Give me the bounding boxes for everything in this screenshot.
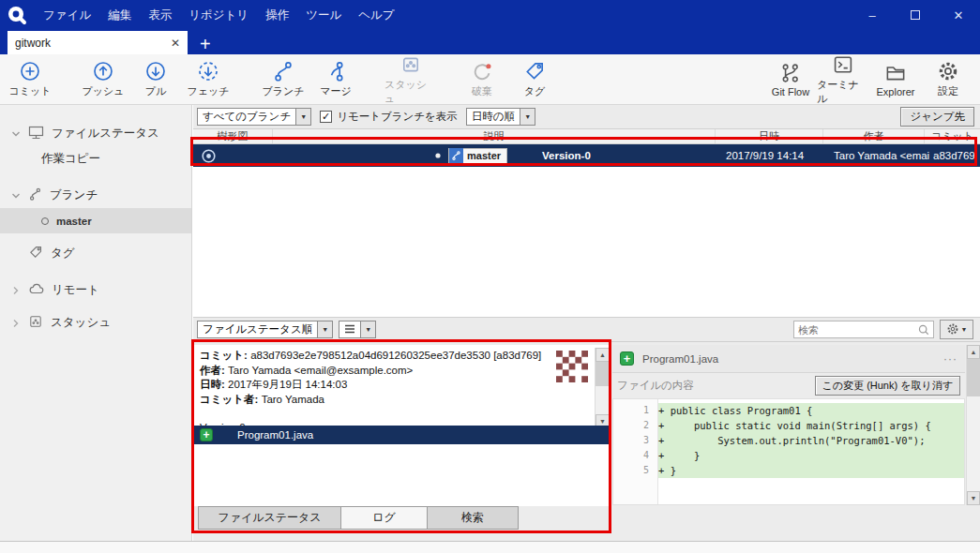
tab-search[interactable]: 検索: [428, 506, 519, 530]
discard-icon: [471, 60, 493, 82]
tag-button[interactable]: タグ: [508, 60, 561, 98]
diff-search-box[interactable]: [793, 321, 934, 338]
diff-added-line: + public static void main(String[] args)…: [658, 418, 964, 433]
push-icon: [92, 60, 114, 82]
column-header-description[interactable]: 説明: [273, 129, 716, 143]
menu-help[interactable]: ヘルプ: [350, 7, 402, 23]
scroll-down-icon[interactable]: ▼: [967, 491, 980, 505]
menu-repository[interactable]: リポジトリ: [180, 7, 257, 23]
commit-row-selected[interactable]: master Version-0 2017/9/19 14:14 Taro Ya…: [193, 144, 980, 167]
commit-author: Taro Yamada <emai: [834, 144, 929, 167]
window-controls: – ✕: [851, 0, 980, 30]
tab-close-icon[interactable]: ✕: [171, 37, 180, 50]
minimize-button[interactable]: –: [851, 0, 894, 30]
sidebar-item-filestatus[interactable]: ファイルステータス: [0, 121, 191, 146]
diff-options-button[interactable]: ▼: [940, 320, 973, 339]
file-sort-select[interactable]: ファイルステータス順 ▼: [197, 321, 333, 338]
close-button[interactable]: ✕: [937, 0, 980, 30]
terminal-button[interactable]: ターミナル: [817, 53, 869, 106]
file-name: Program01.java: [237, 429, 313, 441]
branch-icon: [272, 60, 294, 82]
hunk-label: ファイルの内容: [617, 379, 694, 393]
scroll-up-icon[interactable]: ▲: [967, 345, 980, 359]
commit-sha: a83d769: [933, 144, 975, 167]
list-view-icon: [339, 324, 360, 336]
sidebar: ファイルステータス 作業コピー ブランチ master タグ リモート: [0, 105, 192, 541]
remote-branches-checkbox[interactable]: ✓: [320, 111, 332, 123]
commit-info: コミット: a83d7693e2e798512a04d691260325ee37…: [194, 345, 611, 426]
chevron-right-icon[interactable]: [11, 286, 21, 295]
diff-scrollbar[interactable]: ▲ ▼: [966, 345, 980, 505]
branch-dot-icon: [435, 144, 441, 167]
menu-view[interactable]: 表示: [140, 7, 180, 23]
diff-file-header: + Program01.java ···: [612, 345, 965, 373]
view-options-select[interactable]: ▼: [339, 321, 376, 338]
dropdown-arrow-icon[interactable]: ▼: [317, 321, 332, 337]
menu-edit[interactable]: 編集: [99, 7, 140, 23]
discard-button[interactable]: 破棄: [456, 60, 508, 98]
stash-icon: [400, 53, 422, 76]
file-row-selected[interactable]: + Program01.java: [194, 426, 611, 444]
column-header-graph[interactable]: 樹形図: [193, 129, 273, 143]
sort-order-select[interactable]: 日時の順 ▼: [466, 108, 535, 126]
branch-button[interactable]: ブランチ: [257, 60, 309, 98]
tab-file-status[interactable]: ファイルステータス: [198, 506, 341, 530]
cloud-icon: [28, 282, 44, 298]
dropdown-arrow-icon[interactable]: ▼: [360, 321, 375, 337]
dropdown-arrow-icon[interactable]: ▼: [520, 109, 535, 125]
file-added-icon: +: [620, 351, 634, 366]
tag-icon: [28, 245, 43, 262]
explorer-button[interactable]: Explorer: [869, 62, 922, 97]
scrollbar-thumb[interactable]: [596, 362, 610, 386]
search-input[interactable]: [794, 324, 918, 336]
log-view: すべてのブランチ ▼ ✓ リモートブランチを表示 日時の順 ▼ ジャンプ先 樹形…: [193, 105, 980, 541]
file-added-icon: +: [200, 428, 213, 441]
sidebar-item-master[interactable]: master: [0, 208, 191, 233]
maximize-button[interactable]: [894, 0, 937, 30]
branch-chip-label: master: [467, 150, 501, 161]
sidebar-item-tags[interactable]: タグ: [0, 241, 191, 266]
gitflow-button[interactable]: Git Flow: [764, 62, 817, 97]
column-header-commit[interactable]: コミット: [925, 129, 980, 143]
menu-tools[interactable]: ツール: [297, 7, 350, 23]
stash-button[interactable]: スタッシュ: [384, 53, 437, 106]
line-number-gutter: 1 2 3 4 5: [613, 399, 658, 504]
pull-button[interactable]: プル: [129, 60, 182, 98]
chevron-down-icon[interactable]: [11, 191, 21, 201]
tab-log[interactable]: ログ: [341, 506, 428, 530]
column-header-author[interactable]: 作者: [823, 129, 925, 143]
merge-button[interactable]: マージ: [309, 60, 362, 98]
discard-hunk-button[interactable]: この変更 (Hunk) を取り消す: [815, 376, 960, 396]
more-options-button[interactable]: ···: [943, 352, 957, 366]
new-tab-button[interactable]: +: [200, 34, 211, 54]
log-filter-bar: すべてのブランチ ▼ ✓ リモートブランチを表示 日時の順 ▼ ジャンプ先: [193, 105, 980, 129]
push-button[interactable]: プッシュ: [77, 60, 129, 98]
menu-actions[interactable]: 操作: [257, 7, 297, 23]
fetch-icon: [197, 60, 219, 82]
branch-chip-master: master: [448, 144, 507, 167]
scrollbar-thumb[interactable]: [967, 359, 980, 396]
diff-added-line: + System.out.println("Program01-V0");: [658, 433, 964, 448]
scroll-up-icon[interactable]: ▲: [596, 348, 610, 362]
commit-info-scrollbar[interactable]: ▲ ▼: [595, 348, 610, 428]
sidebar-item-workingcopy[interactable]: 作業コピー: [0, 146, 191, 172]
column-header-date[interactable]: 日時: [716, 129, 823, 143]
commit-info-line: コミット者: Taro Yamada: [200, 393, 605, 408]
sidebar-item-stash[interactable]: スタッシュ: [0, 310, 191, 336]
sidebar-item-branches[interactable]: ブランチ: [0, 183, 191, 208]
fetch-button[interactable]: フェッチ: [182, 60, 234, 98]
dropdown-arrow-icon[interactable]: ▼: [295, 109, 310, 125]
avatar-identicon: [556, 351, 588, 387]
chevron-down-icon[interactable]: [11, 129, 21, 139]
settings-button[interactable]: 設定: [922, 60, 974, 98]
repo-tab-gitwork[interactable]: gitwork ✕: [8, 31, 188, 54]
branch-filter-select[interactable]: すべてのブランチ ▼: [197, 108, 311, 126]
jump-to-button[interactable]: ジャンプ先: [900, 107, 974, 127]
sidebar-item-remotes[interactable]: リモート: [0, 277, 191, 303]
commit-icon: [19, 60, 41, 82]
chevron-right-icon[interactable]: [11, 319, 21, 328]
menu-file[interactable]: ファイル: [35, 7, 99, 23]
stash-icon: [28, 314, 43, 332]
monitor-icon: [28, 126, 44, 142]
commit-button[interactable]: コミット: [4, 60, 56, 98]
